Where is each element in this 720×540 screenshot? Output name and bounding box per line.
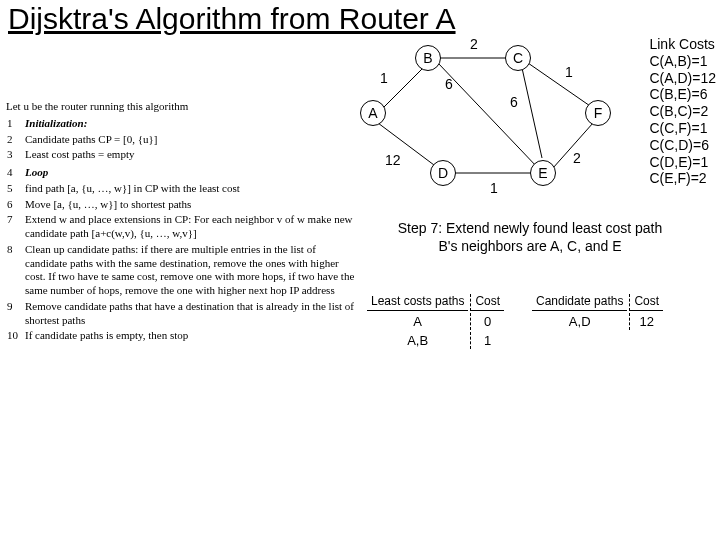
algo-line: 8Clean up candidate paths: if there are … bbox=[6, 242, 356, 299]
algo-line-text: Least cost paths = empty bbox=[24, 147, 356, 163]
link-cost-row: C(B,E)=6 bbox=[649, 86, 716, 103]
algo-line-num: 7 bbox=[6, 212, 24, 242]
algo-line-text: If candidate paths is empty, then stop bbox=[24, 328, 356, 344]
algo-line: 9Remove candidate paths that have a dest… bbox=[6, 299, 356, 329]
least-h2: Cost bbox=[470, 294, 504, 311]
table-row: A 0 bbox=[367, 313, 504, 330]
cell: 1 bbox=[470, 332, 504, 349]
algo-line-num: 9 bbox=[6, 299, 24, 329]
cell: 0 bbox=[470, 313, 504, 330]
edge-bc: 2 bbox=[470, 36, 478, 52]
algo-line-num: 6 bbox=[6, 197, 24, 213]
graph: A B C D E F 1 2 1 6 6 12 1 2 bbox=[355, 40, 645, 210]
algo-line-text: Initialization: bbox=[24, 116, 356, 132]
link-costs: Link Costs C(A,B)=1 C(A,D)=12 C(B,E)=6 C… bbox=[649, 36, 716, 187]
link-cost-row: C(E,F)=2 bbox=[649, 170, 716, 187]
table-row: A,D 12 bbox=[532, 313, 663, 330]
link-cost-row: C(A,D)=12 bbox=[649, 70, 716, 87]
edge-ce: 6 bbox=[510, 94, 518, 110]
algo-line-text: Extend w and place extensions in CP: For… bbox=[24, 212, 356, 242]
edge-cf: 1 bbox=[565, 64, 573, 80]
cell: A,D bbox=[532, 313, 627, 330]
step-line1: Step 7: Extend newly found least cost pa… bbox=[380, 220, 680, 238]
algo-line-num: 3 bbox=[6, 147, 24, 163]
edge-ef: 2 bbox=[573, 150, 581, 166]
algo-line: 4Loop bbox=[6, 165, 356, 181]
link-cost-row: C(D,E)=1 bbox=[649, 154, 716, 171]
algo-line-num: 4 bbox=[6, 165, 24, 181]
link-costs-title: Link Costs bbox=[649, 36, 716, 53]
edge-ad: 12 bbox=[385, 152, 401, 168]
node-f: F bbox=[585, 100, 611, 126]
algo-line-text: Candidate paths CP = [0, {u}] bbox=[24, 132, 356, 148]
table-row: A,B 1 bbox=[367, 332, 504, 349]
algo-line-num: 5 bbox=[6, 181, 24, 197]
cell: A bbox=[367, 313, 468, 330]
least-cost-table: Least costs paths Cost A 0 A,B 1 bbox=[365, 292, 506, 351]
algo-line: 7Extend w and place extensions in CP: Fo… bbox=[6, 212, 356, 242]
link-cost-row: C(B,C)=2 bbox=[649, 103, 716, 120]
algo-line-num: 8 bbox=[6, 242, 24, 299]
algo-line-num: 1 bbox=[6, 116, 24, 132]
algo-line: 10If candidate paths is empty, then stop bbox=[6, 328, 356, 344]
candidate-table: Candidate paths Cost A,D 12 bbox=[530, 292, 665, 332]
algo-line: 2Candidate paths CP = [0, {u}] bbox=[6, 132, 356, 148]
node-b: B bbox=[415, 45, 441, 71]
cand-h1: Candidate paths bbox=[532, 294, 627, 311]
node-d: D bbox=[430, 160, 456, 186]
algo-line-text: Remove candidate paths that have a desti… bbox=[24, 299, 356, 329]
algo-line: 3Least cost paths = empty bbox=[6, 147, 356, 163]
algo-line-text: Loop bbox=[24, 165, 356, 181]
page-title: Dijsktra's Algorithm from Router A bbox=[8, 2, 456, 36]
node-e: E bbox=[530, 160, 556, 186]
algo-line: 1Initialization: bbox=[6, 116, 356, 132]
step-line2: B's neighbors are A, C, and E bbox=[380, 238, 680, 256]
link-cost-row: C(C,F)=1 bbox=[649, 120, 716, 137]
algo-intro: Let u be the router running this algorit… bbox=[6, 100, 356, 114]
edge-ab: 1 bbox=[380, 70, 388, 86]
cand-h2: Cost bbox=[629, 294, 663, 311]
node-a: A bbox=[360, 100, 386, 126]
step-caption: Step 7: Extend newly found least cost pa… bbox=[380, 220, 680, 255]
algo-line-num: 2 bbox=[6, 132, 24, 148]
algo-line-text: Clean up candidate paths: if there are m… bbox=[24, 242, 356, 299]
least-h1: Least costs paths bbox=[367, 294, 468, 311]
algo-line: 5find path [a, {u, …, w}] in CP with the… bbox=[6, 181, 356, 197]
cell: 12 bbox=[629, 313, 663, 330]
algorithm-block: Let u be the router running this algorit… bbox=[6, 100, 356, 344]
link-cost-row: C(A,B)=1 bbox=[649, 53, 716, 70]
link-cost-row: C(C,D)=6 bbox=[649, 137, 716, 154]
edge-de: 1 bbox=[490, 180, 498, 196]
cell: A,B bbox=[367, 332, 468, 349]
algo-line-text: Move [a, {u, …, w}] to shortest paths bbox=[24, 197, 356, 213]
algo-line-num: 10 bbox=[6, 328, 24, 344]
edge-be: 6 bbox=[445, 76, 453, 92]
node-c: C bbox=[505, 45, 531, 71]
algo-line-text: find path [a, {u, …, w}] in CP with the … bbox=[24, 181, 356, 197]
algo-table: 1Initialization:2Candidate paths CP = [0… bbox=[6, 116, 356, 344]
algo-line: 6Move [a, {u, …, w}] to shortest paths bbox=[6, 197, 356, 213]
